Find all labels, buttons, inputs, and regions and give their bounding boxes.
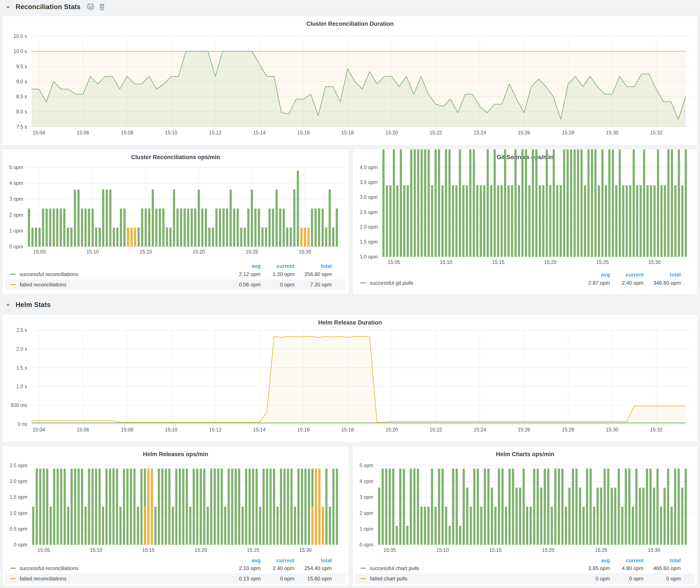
panel-cluster-reconciliation-duration: Cluster Reconciliation Duration 7.5 s8.0… xyxy=(2,16,698,145)
legend-series-dash-icon xyxy=(10,578,16,579)
legend-series-dash-icon xyxy=(360,578,366,579)
legend-col-total[interactable]: total xyxy=(280,263,332,269)
legend-series-dash-icon xyxy=(360,282,366,283)
x-tick: 15:06 xyxy=(77,130,89,136)
cluster-reconciliation-duration-chart[interactable]: 7.5 s8.0 s8.5 s9.0 s9.5 s10.0 s10.5 s15:… xyxy=(2,16,698,146)
x-tick: 15:28 xyxy=(562,427,574,433)
legend-total-value: 7.20 opm xyxy=(280,282,332,288)
panel-helm-charts: Helm Charts ops/min 0 opm1 opm2 opm3 opm… xyxy=(352,446,698,586)
x-tick: 15:30 xyxy=(606,427,618,433)
x-tick: 15:10 xyxy=(165,130,177,136)
x-tick: 15:14 xyxy=(253,130,266,136)
x-tick: 15:10 xyxy=(165,427,177,433)
panel-helm-releases: Helm Releases ops/min 0 opm0.5 opm1.0 op… xyxy=(2,446,349,586)
x-tick: 15:26 xyxy=(518,427,530,433)
legend: avgcurrenttotalsuccessful reconciliation… xyxy=(2,149,349,294)
y-tick: 10.5 s xyxy=(13,33,27,39)
gear-icon[interactable] xyxy=(87,3,94,10)
legend-total-value: 0 opm xyxy=(629,576,681,582)
x-tick: 15:20 xyxy=(385,130,398,136)
y-tick: 2.0 s xyxy=(16,346,27,352)
x-tick: 15:08 xyxy=(121,130,133,136)
legend-total-value: 465.60 opm xyxy=(629,565,681,571)
x-tick: 15:14 xyxy=(253,427,266,433)
legend-label[interactable]: failed reconciliations xyxy=(20,282,66,288)
legend: avgcurrenttotalsuccessful chart pulls3.8… xyxy=(353,446,698,586)
y-tick: 1.0 s xyxy=(16,384,27,389)
x-tick: 15:16 xyxy=(297,130,310,136)
legend-label[interactable]: failed chart pulls xyxy=(370,576,407,582)
dashboard: Reconciliation Stats Cluster Reconciliat… xyxy=(0,0,700,588)
legend-series-dash-icon xyxy=(10,274,16,275)
section-title[interactable]: Helm Stats xyxy=(16,301,51,309)
legend-label[interactable]: successful chart pulls xyxy=(370,565,419,571)
x-tick: 15:26 xyxy=(518,130,530,136)
x-tick: 15:16 xyxy=(297,427,310,433)
legend-total-value: 256.80 opm xyxy=(280,271,332,277)
legend-total-value: 346.80 opm xyxy=(629,280,681,286)
x-tick: 15:32 xyxy=(650,427,663,433)
x-tick: 15:24 xyxy=(474,427,486,433)
y-tick: 0 ns xyxy=(18,421,27,427)
x-tick: 15:12 xyxy=(209,427,222,433)
legend: avgcurrenttotalsuccessful reconciliation… xyxy=(2,446,349,586)
legend-col-total[interactable]: total xyxy=(280,557,332,564)
legend-label[interactable]: successful git pulls xyxy=(370,280,413,286)
panel-helm-release-duration: Helm Release Duration 0 ns500 ms1.0 s1.5… xyxy=(2,314,698,443)
x-tick: 15:20 xyxy=(385,427,398,433)
y-tick: 8.5 s xyxy=(16,94,27,99)
x-tick: 15:24 xyxy=(474,130,486,136)
y-tick: 7.5 s xyxy=(16,124,27,130)
legend-series-dash-icon xyxy=(10,568,16,569)
y-tick: 500 ms xyxy=(11,402,27,408)
y-tick: 10.0 s xyxy=(13,48,27,54)
trash-icon[interactable] xyxy=(99,3,105,10)
x-tick: 15:22 xyxy=(430,427,442,433)
section-row-helm-stats[interactable]: Helm Stats xyxy=(5,300,51,310)
panel-cluster-reconciliations: Cluster Reconciliations ops/min 0 opm1 o… xyxy=(2,149,349,294)
x-tick: 15:30 xyxy=(606,130,618,136)
x-tick: 15:18 xyxy=(341,427,354,433)
x-tick: 15:18 xyxy=(341,130,354,136)
x-tick: 15:04 xyxy=(33,427,45,433)
legend: avgcurrenttotalsuccessful git pulls2.87 … xyxy=(353,149,698,294)
y-tick: 2.5 s xyxy=(16,327,27,333)
x-tick: 15:06 xyxy=(77,427,89,433)
section-row-reconciliation-stats[interactable]: Reconciliation Stats xyxy=(5,2,105,12)
legend-series-dash-icon xyxy=(10,284,16,285)
helm-release-duration-chart[interactable]: 0 ns500 ms1.0 s1.5 s2.0 s2.5 s15:0415:06… xyxy=(2,315,698,443)
chevron-down-icon[interactable] xyxy=(5,302,11,308)
panel-git-sources: Git Sources ops/min 1.0 opm1.5 opm2.0 op… xyxy=(352,149,698,294)
x-tick: 15:08 xyxy=(121,427,133,433)
x-tick: 15:22 xyxy=(430,130,442,136)
legend-col-total[interactable]: total xyxy=(629,272,681,278)
y-tick: 9.5 s xyxy=(16,64,27,69)
x-tick: 15:28 xyxy=(562,130,574,136)
x-tick: 15:12 xyxy=(209,130,222,136)
y-tick: 1.5 s xyxy=(16,365,27,371)
legend-label[interactable]: successful reconciliations xyxy=(20,271,78,277)
legend-col-total[interactable]: total xyxy=(629,557,681,564)
legend-label[interactable]: failed reconciliations xyxy=(20,576,66,582)
series-area xyxy=(32,337,686,424)
x-tick: 15:04 xyxy=(33,130,45,136)
y-tick: 8.0 s xyxy=(16,109,27,115)
y-tick: 9.0 s xyxy=(16,79,27,84)
x-tick: 15:32 xyxy=(650,130,663,136)
chevron-down-icon[interactable] xyxy=(5,4,11,10)
legend-total-value: 15.60 opm xyxy=(280,576,332,582)
legend-series-dash-icon xyxy=(360,568,366,569)
section-title[interactable]: Reconciliation Stats xyxy=(16,3,81,11)
legend-total-value: 254.40 opm xyxy=(280,565,332,571)
legend-label[interactable]: successful reconciliations xyxy=(20,565,78,571)
